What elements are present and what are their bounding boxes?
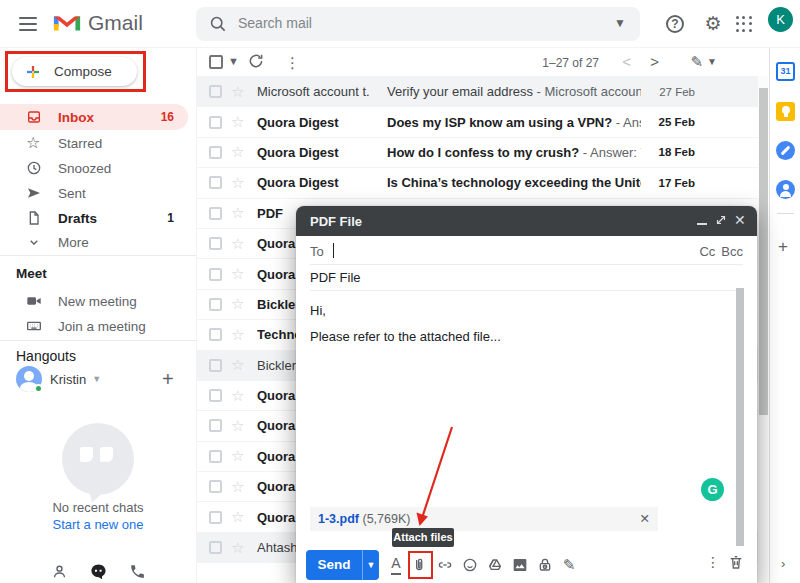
sidebar-item-drafts[interactable]: Drafts1 — [0, 205, 188, 231]
select-all-checkbox[interactable] — [209, 55, 223, 69]
row-star-icon[interactable]: ☆ — [231, 539, 249, 557]
row-checkbox[interactable] — [209, 328, 222, 341]
get-addons-plus-icon[interactable]: + — [778, 237, 788, 257]
cc-link[interactable]: Cc — [699, 244, 715, 259]
compose-button[interactable]: Compose — [12, 57, 137, 86]
tasks-icon[interactable] — [776, 141, 795, 160]
newer-page-chevron-icon[interactable]: < — [622, 53, 631, 70]
drive-icon[interactable] — [484, 554, 506, 576]
insert-photo-icon[interactable] — [509, 554, 531, 576]
list-scrollbar-thumb[interactable] — [759, 88, 768, 415]
meet-item-new-meeting[interactable]: New meeting — [0, 288, 188, 314]
hangouts-tab-icon[interactable] — [90, 563, 107, 580]
calendar-icon[interactable]: 31 — [776, 62, 795, 81]
attach-files-icon[interactable] — [408, 554, 430, 576]
to-field[interactable]: To CcBcc — [310, 236, 743, 265]
confidential-mode-icon[interactable] — [534, 554, 556, 576]
chevron-down-icon[interactable]: ▼ — [92, 374, 101, 384]
formatting-icon[interactable]: A — [385, 554, 407, 576]
send-options-caret-icon[interactable]: ▼ — [362, 550, 379, 580]
input-tools-caret-icon[interactable]: ▼ — [707, 56, 717, 67]
discard-draft-icon[interactable] — [728, 554, 744, 570]
row-star-icon[interactable]: ☆ — [231, 447, 249, 465]
minimize-icon[interactable] — [697, 223, 707, 225]
row-star-icon[interactable]: ☆ — [231, 204, 249, 222]
row-star-icon[interactable]: ☆ — [231, 387, 249, 405]
avatar[interactable]: K — [768, 7, 793, 32]
new-hangout-button[interactable]: + — [162, 368, 174, 391]
row-checkbox[interactable] — [209, 450, 222, 463]
row-star-icon[interactable]: ☆ — [231, 113, 249, 131]
row-checkbox[interactable] — [209, 146, 222, 159]
close-icon[interactable]: ✕ — [734, 212, 746, 228]
insert-link-icon[interactable] — [434, 554, 456, 576]
row-star-icon[interactable]: ☆ — [231, 417, 249, 435]
popout-icon[interactable] — [715, 214, 727, 226]
row-star-icon[interactable]: ☆ — [231, 295, 249, 313]
gear-icon[interactable]: ⚙ — [700, 11, 726, 37]
row-star-icon[interactable]: ☆ — [231, 143, 249, 161]
help-icon[interactable]: ? — [666, 15, 684, 33]
more-options-icon[interactable]: ⋮ — [706, 554, 720, 570]
sidebar-item-more[interactable]: More — [0, 229, 188, 255]
sidebar-item-inbox[interactable]: Inbox16 — [0, 104, 188, 130]
row-checkbox[interactable] — [209, 116, 222, 129]
attachment-chip[interactable]: 1-3.pdf (5,769K) ✕ — [310, 507, 658, 531]
grammarly-badge[interactable]: G — [701, 478, 724, 501]
signature-pen-icon[interactable]: ✎ — [558, 554, 580, 576]
row-checkbox[interactable] — [209, 237, 222, 250]
attachment-name[interactable]: 1-3.pdf — [318, 512, 359, 526]
row-star-icon[interactable]: ☆ — [231, 265, 249, 283]
apps-grid-icon[interactable] — [736, 16, 752, 32]
row-star-icon[interactable]: ☆ — [231, 356, 249, 374]
remove-attachment-icon[interactable]: ✕ — [640, 507, 650, 531]
row-star-icon[interactable]: ☆ — [231, 326, 249, 344]
compose-scrollbar-thumb[interactable] — [736, 288, 744, 546]
refresh-icon[interactable] — [247, 52, 265, 70]
row-checkbox[interactable] — [209, 419, 222, 432]
hamburger-icon[interactable] — [16, 14, 40, 34]
search-input[interactable]: Search mail ▼ — [196, 7, 640, 41]
bcc-link[interactable]: Bcc — [721, 244, 743, 259]
row-checkbox[interactable] — [209, 85, 222, 98]
row-checkbox[interactable] — [209, 389, 222, 402]
email-row[interactable]: ☆Quora DigestIs China’s technology excee… — [197, 168, 759, 198]
row-star-icon[interactable]: ☆ — [231, 174, 249, 192]
phone-tab-icon[interactable] — [129, 563, 146, 580]
row-checkbox[interactable] — [209, 268, 222, 281]
older-page-chevron-icon[interactable]: > — [650, 53, 659, 70]
contacts-tab-icon[interactable] — [51, 563, 68, 580]
email-row[interactable]: ☆Quora DigestHow do I confess to my crus… — [197, 138, 759, 168]
row-checkbox[interactable] — [209, 480, 222, 493]
row-star-icon[interactable]: ☆ — [231, 235, 249, 253]
keep-icon[interactable] — [776, 102, 795, 121]
sidebar-item-sent[interactable]: Sent — [0, 180, 188, 206]
row-checkbox[interactable] — [209, 511, 222, 524]
contacts-icon[interactable] — [776, 180, 795, 199]
row-checkbox[interactable] — [209, 541, 222, 554]
row-checkbox[interactable] — [209, 176, 222, 189]
more-options-icon[interactable]: ⋮ — [285, 52, 300, 74]
email-row[interactable]: ☆Quora DigestDoes my ISP know am using a… — [197, 107, 759, 137]
send-button[interactable]: Send ▼ — [306, 550, 379, 580]
email-row[interactable]: ☆Microsoft account t.Verify your email a… — [197, 77, 759, 107]
input-tools-pen-icon[interactable]: ✎ — [690, 53, 703, 71]
start-new-chat-link[interactable]: Start a new one — [0, 517, 196, 532]
sidebar-item-snoozed[interactable]: Snoozed — [0, 155, 188, 181]
sidebar-item-starred[interactable]: ☆Starred — [0, 130, 188, 156]
row-star-icon[interactable]: ☆ — [231, 478, 249, 496]
row-star-icon[interactable]: ☆ — [231, 508, 249, 526]
send-button-label[interactable]: Send — [306, 550, 362, 580]
emoji-icon[interactable] — [459, 554, 481, 576]
collapse-chevron-icon[interactable]: › — [781, 556, 785, 571]
compose-header[interactable]: PDF File ✕ — [296, 206, 757, 236]
row-checkbox[interactable] — [209, 207, 222, 220]
search-options-caret-icon[interactable]: ▼ — [614, 16, 626, 30]
row-checkbox[interactable] — [209, 359, 222, 372]
row-star-icon[interactable]: ☆ — [231, 83, 249, 101]
select-caret-icon[interactable]: ▼ — [228, 55, 239, 67]
subject-field[interactable]: PDF File — [310, 265, 743, 291]
row-checkbox[interactable] — [209, 298, 222, 311]
search-icon[interactable] — [208, 14, 227, 33]
meet-item-join-a-meeting[interactable]: Join a meeting — [0, 313, 188, 339]
